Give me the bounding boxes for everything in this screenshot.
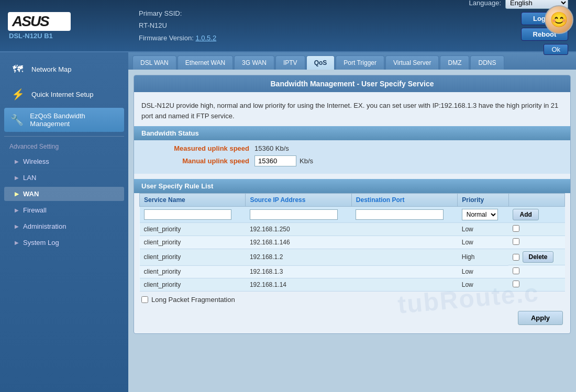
row1-port: [351, 223, 457, 236]
sidebar-item-firewall-label: Firewall: [23, 206, 47, 214]
tab-dmz[interactable]: DMZ: [440, 55, 469, 70]
firmware-info: Firmware Version: 1.0.5.2: [139, 32, 469, 44]
row4-ip: 192.168.1.3: [246, 265, 351, 278]
main-panel: ? Bandwidth Management - User Specify Se…: [128, 70, 576, 392]
sidebar-item-wan[interactable]: ▶ WAN: [4, 187, 124, 201]
dest-port-input[interactable]: [356, 209, 444, 220]
table-row: client_priority 192.168.1.3 Low: [140, 265, 565, 278]
logo-text: ASUS: [12, 13, 49, 29]
model-text: DSL-N12U B1: [8, 32, 123, 40]
sidebar-item-wan-label: WAN: [23, 190, 39, 198]
bandwidth-management-description: DSL-N12U provide high, normal and low pr…: [134, 97, 570, 126]
avatar: 😊: [545, 5, 573, 34]
manual-uplink-input[interactable]: [254, 155, 296, 166]
apply-row: Apply: [134, 308, 570, 328]
tab-ethernet-wan[interactable]: Ethernet WAN: [178, 55, 233, 70]
row5-service: client_priority: [140, 278, 246, 292]
language-label: Language:: [469, 0, 501, 7]
row3-checkbox[interactable]: [513, 254, 519, 261]
row5-priority: Low: [458, 278, 509, 292]
table-row: client_priority 192.168.1.14 Low: [140, 278, 565, 292]
sidebar-item-administration[interactable]: ▶ Administration: [4, 219, 124, 233]
measured-uplink-value: 15360 Kb/s: [254, 144, 289, 152]
sidebar-item-wireless-label: Wireless: [23, 158, 49, 165]
header-center: Primary SSID: RT-N12U Firmware Version: …: [123, 7, 469, 44]
lan-arrow: ▶: [15, 175, 19, 181]
sidebar-item-quick-setup-label: Quick Internet Setup: [31, 91, 94, 98]
ssid-value: RT-N12U: [139, 19, 469, 31]
tab-virtual-server[interactable]: Virtual Server: [385, 55, 439, 70]
row1-priority: Low: [458, 223, 509, 236]
system-log-arrow: ▶: [15, 240, 19, 245]
row4-checkbox[interactable]: [513, 267, 519, 274]
long-packet-checkbox[interactable]: [141, 296, 148, 303]
sidebar-item-wireless[interactable]: ▶ Wireless: [4, 154, 124, 169]
row2-service: client_priority: [140, 236, 246, 249]
delete-button[interactable]: Delete: [523, 251, 553, 263]
col-action: [508, 194, 564, 207]
sidebar-item-network-map-label: Network Map: [31, 65, 72, 73]
bandwidth-management-box: ? Bandwidth Management - User Specify Se…: [134, 75, 571, 334]
row2-ip: 192.168.1.146: [246, 236, 351, 249]
row3-ip: 192.168.1.2: [246, 249, 351, 266]
source-ip-input[interactable]: [250, 209, 338, 220]
ok-button[interactable]: Ok: [544, 44, 568, 55]
sidebar-item-lan-label: LAN: [23, 174, 36, 182]
table-row: client_priority 192.168.1.250 Low: [140, 223, 565, 236]
bandwidth-status-table: Measured uplink speed 15360 Kb/s Manual …: [134, 140, 570, 174]
wireless-arrow: ▶: [15, 159, 19, 164]
service-name-input[interactable]: [144, 209, 232, 220]
rule-list-header: User Specify Rule List: [134, 179, 570, 193]
priority-select[interactable]: Normal High Low: [462, 209, 498, 220]
quick-setup-icon: ⚡: [9, 87, 26, 102]
row5-ip: 192.168.1.14: [246, 278, 351, 292]
bandwidth-status-header: Bandwidth Status: [134, 126, 570, 140]
tab-ddns[interactable]: DDNS: [470, 55, 504, 70]
row4-port: [351, 265, 457, 278]
tab-3g-wan[interactable]: 3G WAN: [234, 55, 274, 70]
row1-ip: 192.168.1.250: [246, 223, 351, 236]
administration-arrow: ▶: [15, 223, 19, 229]
row3-service: client_priority: [140, 249, 246, 266]
firmware-link[interactable]: 1.0.5.2: [195, 34, 216, 42]
row1-service: client_priority: [140, 223, 246, 236]
table-row: client_priority 192.168.1.2 High Delete: [140, 249, 565, 266]
sidebar-item-ezqos[interactable]: 🔧 EzQoS Bandwidth Management: [4, 108, 124, 132]
logo-area: ASUS DSL-N12U B1: [8, 12, 123, 40]
row3-port: [351, 249, 457, 266]
manual-uplink-row: Manual uplink speed Kb/s: [145, 155, 560, 166]
wan-arrow: ▶: [15, 191, 19, 197]
col-priority: Priority: [458, 194, 509, 207]
tab-port-trigger[interactable]: Port Trigger: [336, 55, 384, 70]
row4-priority: Low: [458, 265, 509, 278]
tab-dsl-wan[interactable]: DSL WAN: [132, 55, 176, 70]
ezqos-icon: 🔧: [9, 113, 25, 127]
tab-qos[interactable]: QoS: [306, 55, 335, 70]
apply-button[interactable]: Apply: [518, 311, 563, 325]
tab-iptv[interactable]: IPTV: [275, 55, 305, 70]
long-packet-row: Long Packet Fragmentation: [134, 292, 570, 308]
measured-uplink-label: Measured uplink speed: [145, 144, 249, 152]
table-row: client_priority 192.168.1.146 Low: [140, 236, 565, 249]
content-area: DSL WAN Ethernet WAN 3G WAN IPTV QoS Por…: [128, 52, 576, 392]
sidebar: 🗺 Network Map ⚡ Quick Internet Setup 🔧 E…: [0, 52, 128, 392]
measured-uplink-row: Measured uplink speed 15360 Kb/s: [145, 144, 560, 152]
advanced-setting-label: Advanced Setting: [4, 141, 124, 152]
rule-table: Service Name Source IP Address Destinati…: [139, 193, 565, 292]
sidebar-item-system-log[interactable]: ▶ System Log: [4, 236, 124, 250]
sidebar-item-firewall[interactable]: ▶ Firewall: [4, 203, 124, 217]
sidebar-item-quick-setup[interactable]: ⚡ Quick Internet Setup: [4, 83, 124, 106]
sidebar-item-ezqos-label: EzQoS Bandwidth Management: [30, 112, 119, 128]
sidebar-item-network-map[interactable]: 🗺 Network Map: [4, 58, 124, 81]
col-source-ip: Source IP Address: [246, 194, 351, 207]
sidebar-item-lan[interactable]: ▶ LAN: [4, 171, 124, 185]
row1-checkbox[interactable]: [513, 225, 519, 232]
row2-priority: Low: [458, 236, 509, 249]
add-button[interactable]: Add: [513, 209, 538, 220]
tab-bar: DSL WAN Ethernet WAN 3G WAN IPTV QoS Por…: [128, 52, 576, 70]
row2-checkbox[interactable]: [513, 238, 519, 245]
sidebar-item-administration-label: Administration: [23, 222, 66, 230]
row5-checkbox[interactable]: [513, 281, 519, 287]
col-dest-port: Destination Port: [351, 194, 457, 207]
sidebar-divider-1: [4, 136, 124, 137]
